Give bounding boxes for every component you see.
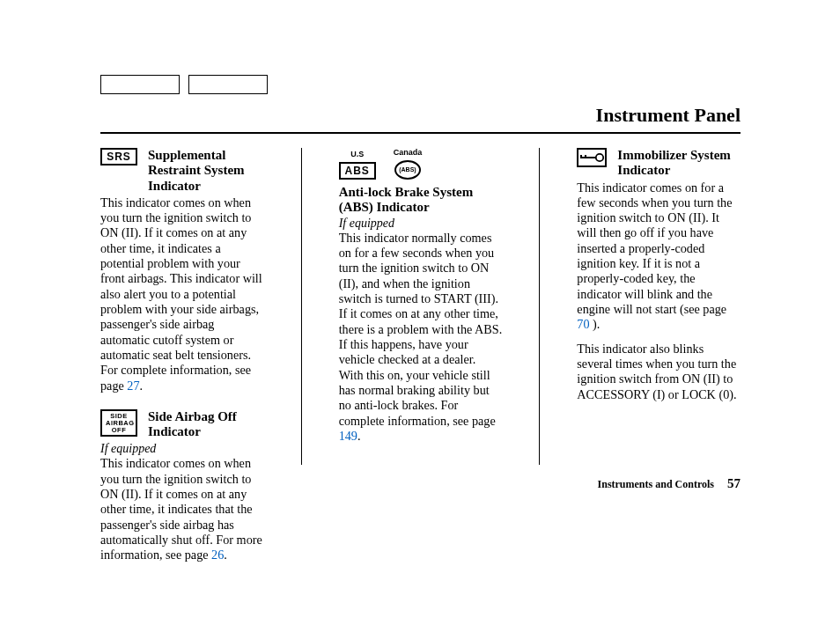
- abs-heading: Anti-lock Brake System (ABS) Indicator: [339, 185, 503, 216]
- tab-placeholder: [188, 75, 268, 94]
- immobilizer-heading: Immobilizer System Indicator: [617, 148, 741, 179]
- key-icon: [577, 148, 607, 167]
- footer-section: Instruments and Controls: [598, 478, 714, 490]
- icon-line: OFF: [106, 427, 132, 434]
- immobilizer-body-text: This indicator comes on for a few second…: [577, 180, 732, 317]
- side-airbag-page-ref[interactable]: 26: [211, 548, 224, 562]
- immobilizer-body-1: This indicator comes on for a few second…: [577, 180, 741, 333]
- column-separator: [539, 148, 540, 465]
- svg-rect-2: [580, 155, 582, 158]
- footer-page-number: 57: [727, 476, 741, 490]
- immobilizer-header: Immobilizer System Indicator: [577, 148, 741, 179]
- immobilizer-body-2: This indicator also blinks several times…: [577, 342, 741, 402]
- page-footer: Instruments and Controls 57: [598, 475, 741, 491]
- column-2: U.S ABS Canada (ABS) Anti-lock Brake Sys…: [339, 148, 503, 465]
- abs-ca-col: Canada (ABS): [394, 148, 423, 180]
- srs-page-ref[interactable]: 27: [127, 379, 139, 393]
- tab-placeholder-row: [100, 75, 268, 94]
- srs-body: This indicator comes on when you turn th…: [100, 195, 264, 393]
- side-airbag-off-icon: SIDE AIRBAG OFF: [100, 409, 137, 438]
- srs-heading: Supplemental Restraint System Indicator: [148, 148, 264, 194]
- svg-rect-3: [585, 155, 586, 158]
- side-airbag-body: This indicator comes on when you turn th…: [100, 456, 264, 562]
- side-airbag-heading: Side Airbag Off Indicator: [148, 409, 264, 440]
- srs-header: SRS Supplemental Restraint System Indica…: [100, 148, 264, 194]
- tab-placeholder: [100, 75, 180, 94]
- svg-point-0: [596, 154, 603, 161]
- srs-body-tail: .: [140, 379, 144, 393]
- abs-ca-icon: (ABS): [394, 160, 421, 180]
- abs-page-ref[interactable]: 149: [339, 429, 357, 443]
- content-columns: SRS Supplemental Restraint System Indica…: [100, 148, 741, 465]
- side-airbag-body-text: This indicator comes on when you turn th…: [100, 456, 262, 562]
- abs-ifeq: If equipped: [339, 216, 503, 231]
- abs-ca-label: Canada: [394, 148, 423, 158]
- abs-region-icons: U.S ABS Canada (ABS): [339, 148, 503, 180]
- column-3: Immobilizer System Indicator This indica…: [577, 148, 741, 465]
- srs-body-text: This indicator comes on when you turn th…: [100, 195, 262, 393]
- abs-us-col: U.S ABS: [339, 150, 376, 180]
- column-1: SRS Supplemental Restraint System Indica…: [100, 148, 264, 465]
- page: Instrument Panel SRS Supplemental Restra…: [0, 0, 840, 625]
- column-separator: [301, 148, 302, 465]
- side-airbag-body-tail: .: [224, 548, 227, 562]
- immobilizer-body-tail: ).: [593, 317, 600, 331]
- side-airbag-header: SIDE AIRBAG OFF Side Airbag Off Indicato…: [100, 409, 264, 440]
- immobilizer-page-ref[interactable]: 70: [577, 317, 589, 331]
- abs-us-label: U.S: [339, 150, 376, 159]
- abs-body: This indicator normally comes on for a f…: [339, 231, 503, 444]
- srs-icon: SRS: [100, 148, 137, 165]
- page-title: Instrument Panel: [596, 104, 741, 128]
- abs-body-tail: .: [357, 429, 361, 443]
- svg-rect-1: [580, 157, 596, 158]
- abs-icon: ABS: [339, 162, 376, 180]
- title-rule: [100, 132, 741, 134]
- abs-body-text: This indicator normally comes on for a f…: [339, 231, 503, 428]
- side-airbag-ifeq: If equipped: [100, 441, 264, 456]
